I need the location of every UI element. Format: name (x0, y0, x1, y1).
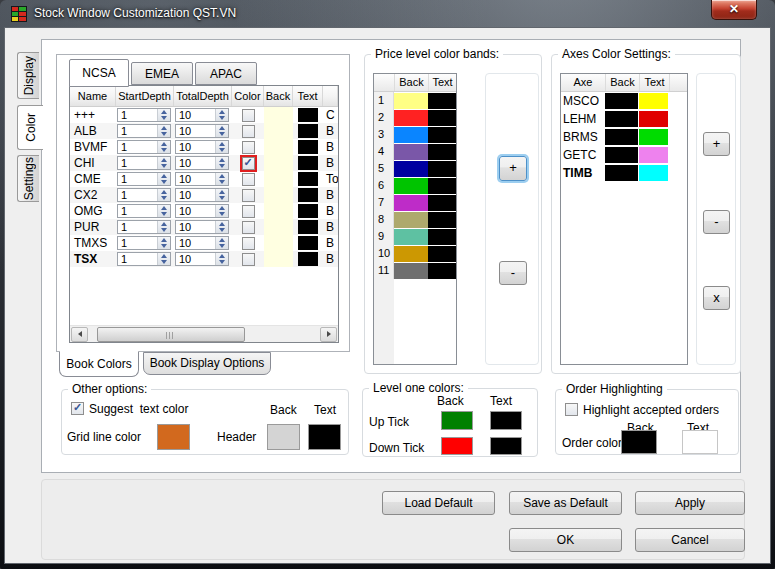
tab-emea[interactable]: EMEA (131, 62, 193, 85)
axe-text-swatch[interactable] (639, 147, 668, 163)
spin-down-icon[interactable] (158, 179, 170, 185)
text-color-swatch[interactable] (293, 156, 323, 170)
spin-down-icon[interactable] (216, 227, 228, 233)
spin-down-icon[interactable] (158, 115, 170, 121)
up-tick-back-swatch[interactable] (441, 411, 473, 430)
total-depth-stepper[interactable]: 10 (175, 236, 229, 250)
add-band-button[interactable]: + (499, 156, 527, 181)
axe-text-swatch[interactable] (639, 111, 668, 127)
spin-down-icon[interactable] (216, 195, 228, 201)
spin-down-icon[interactable] (216, 131, 228, 137)
spin-down-icon[interactable] (158, 211, 170, 217)
text-color-swatch[interactable] (293, 108, 323, 122)
back-color-swatch[interactable] (264, 123, 293, 139)
start-depth-stepper[interactable]: 1 (117, 156, 171, 170)
color-checkbox[interactable] (242, 141, 255, 154)
text-color-swatch[interactable] (293, 124, 323, 138)
axe-text-swatch[interactable] (639, 165, 668, 181)
start-depth-stepper[interactable]: 1 (117, 108, 171, 122)
spin-down-icon[interactable] (158, 163, 170, 169)
spin-down-icon[interactable] (158, 243, 170, 249)
order-text-swatch[interactable] (682, 430, 718, 454)
grid-line-color-swatch[interactable] (157, 424, 190, 450)
tab-book-colors[interactable]: Book Colors (59, 351, 139, 377)
tab-settings[interactable]: Settings (17, 155, 39, 202)
color-checkbox[interactable] (242, 237, 255, 250)
order-back-swatch[interactable] (621, 430, 657, 454)
band-text-swatch[interactable] (428, 161, 456, 177)
band-back-swatch[interactable] (394, 229, 428, 245)
axe-back-swatch[interactable] (605, 111, 638, 127)
start-depth-stepper[interactable]: 1 (117, 220, 171, 234)
spin-down-icon[interactable] (158, 147, 170, 153)
tab-display[interactable]: Display (17, 52, 39, 99)
horizontal-scrollbar[interactable] (70, 325, 338, 342)
text-color-swatch[interactable] (293, 236, 323, 250)
spin-down-icon[interactable] (216, 115, 228, 121)
total-depth-stepper[interactable]: 10 (175, 204, 229, 218)
scroll-left-icon[interactable] (71, 327, 88, 342)
total-depth-stepper[interactable]: 10 (175, 188, 229, 202)
highlight-accepted-orders-checkbox[interactable] (565, 403, 578, 416)
band-text-swatch[interactable] (428, 93, 456, 109)
ok-button[interactable]: OK (509, 528, 622, 552)
remove-band-button[interactable]: - (499, 261, 527, 285)
start-depth-stepper[interactable]: 1 (117, 172, 171, 186)
spin-down-icon[interactable] (158, 259, 170, 265)
band-text-swatch[interactable] (428, 212, 456, 228)
band-text-swatch[interactable] (428, 195, 456, 211)
tab-ncsa[interactable]: NCSA (69, 59, 129, 87)
back-color-swatch[interactable] (264, 171, 293, 187)
text-color-swatch[interactable] (293, 172, 323, 186)
color-checkbox[interactable] (242, 253, 255, 266)
close-button[interactable]: ✕ (711, 0, 757, 20)
start-depth-stepper[interactable]: 1 (117, 140, 171, 154)
back-color-swatch[interactable] (264, 251, 293, 267)
tab-book-display-options[interactable]: Book Display Options (143, 352, 271, 375)
total-depth-stepper[interactable]: 10 (175, 124, 229, 138)
total-depth-stepper[interactable]: 10 (175, 156, 229, 170)
color-checkbox[interactable] (242, 173, 255, 186)
spin-down-icon[interactable] (216, 147, 228, 153)
spin-down-icon[interactable] (158, 195, 170, 201)
spin-down-icon[interactable] (216, 179, 228, 185)
color-checkbox[interactable] (242, 189, 255, 202)
add-axe-button[interactable]: + (703, 132, 730, 156)
band-back-swatch[interactable] (394, 178, 428, 194)
spin-down-icon[interactable] (216, 211, 228, 217)
cancel-button[interactable]: Cancel (635, 528, 745, 552)
total-depth-stepper[interactable]: 10 (175, 140, 229, 154)
apply-button[interactable]: Apply (635, 491, 745, 515)
axe-text-swatch[interactable] (639, 129, 668, 145)
total-depth-stepper[interactable]: 10 (175, 108, 229, 122)
total-depth-stepper[interactable]: 10 (175, 220, 229, 234)
start-depth-stepper[interactable]: 1 (117, 252, 171, 266)
delete-axe-button[interactable]: x (703, 286, 730, 310)
save-as-default-button[interactable]: Save as Default (509, 491, 622, 515)
text-color-swatch[interactable] (293, 220, 323, 234)
text-color-swatch[interactable] (293, 188, 323, 202)
down-tick-text-swatch[interactable] (490, 437, 522, 455)
text-color-swatch[interactable] (293, 140, 323, 154)
start-depth-stepper[interactable]: 1 (117, 124, 171, 138)
tab-color[interactable]: Color (17, 105, 43, 150)
band-back-swatch[interactable] (394, 110, 428, 126)
text-color-swatch[interactable] (293, 204, 323, 218)
band-back-swatch[interactable] (394, 161, 428, 177)
color-checkbox[interactable] (242, 109, 255, 122)
spin-down-icon[interactable] (216, 259, 228, 265)
suggest-text-color-checkbox[interactable] (71, 402, 84, 415)
band-back-swatch[interactable] (394, 263, 428, 279)
start-depth-stepper[interactable]: 1 (117, 204, 171, 218)
text-color-swatch[interactable] (293, 252, 323, 266)
back-color-swatch[interactable] (264, 139, 293, 155)
back-color-swatch[interactable] (264, 107, 293, 123)
axe-back-swatch[interactable] (605, 165, 638, 181)
axe-back-swatch[interactable] (605, 147, 638, 163)
remove-axe-button[interactable]: - (703, 210, 730, 234)
band-text-swatch[interactable] (428, 263, 456, 279)
back-color-swatch[interactable] (264, 235, 293, 251)
band-back-swatch[interactable] (394, 93, 428, 109)
spin-down-icon[interactable] (158, 131, 170, 137)
back-color-swatch[interactable] (264, 219, 293, 235)
